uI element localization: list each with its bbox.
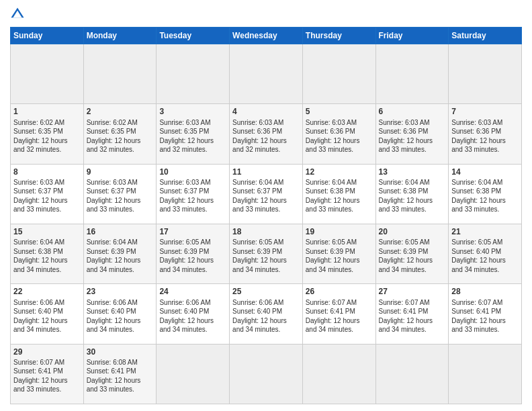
sunset-label: Sunset: 6:39 PM [379,248,429,255]
calendar-cell: 22 Sunrise: 6:06 AM Sunset: 6:40 PM Dayl… [11,284,84,344]
sunset-label: Sunset: 6:36 PM [232,128,282,135]
sunrise-label: Sunrise: 6:03 AM [87,179,138,186]
sunset-label: Sunset: 6:38 PM [306,187,355,195]
sunrise-label: Sunrise: 6:08 AM [87,359,138,366]
sunrise-label: Sunrise: 6:02 AM [87,119,138,126]
daylight-label: Daylight: 12 hours and 33 minutes. [379,137,433,154]
sunrise-label: Sunrise: 6:04 AM [379,179,430,186]
calendar-cell: 11 Sunrise: 6:04 AM Sunset: 6:37 PM Dayl… [230,164,303,224]
calendar-cell [302,344,375,404]
daylight-label: Daylight: 12 hours and 34 minutes. [379,257,433,273]
calendar-week-2: 8 Sunrise: 6:03 AM Sunset: 6:37 PM Dayli… [11,164,522,224]
day-number: 15 [13,226,81,237]
sunrise-label: Sunrise: 6:04 AM [232,179,283,186]
calendar-cell: 20 Sunrise: 6:05 AM Sunset: 6:39 PM Dayl… [375,224,449,283]
calendar-week-5: 29 Sunrise: 6:07 AM Sunset: 6:41 PM Dayl… [11,344,522,404]
calendar-cell: 1 Sunrise: 6:02 AM Sunset: 6:35 PM Dayli… [11,104,84,164]
day-number: 25 [232,286,300,297]
day-number: 5 [306,106,373,117]
day-header-tuesday: Tuesday [157,28,230,44]
sunrise-label: Sunrise: 6:07 AM [451,299,502,306]
day-number: 11 [232,167,300,177]
day-header-thursday: Thursday [302,28,375,44]
sunrise-label: Sunrise: 6:05 AM [451,238,502,246]
calendar-week-3: 15 Sunrise: 6:04 AM Sunset: 6:38 PM Dayl… [11,224,522,283]
sunset-label: Sunset: 6:38 PM [13,248,63,255]
sunrise-label: Sunrise: 6:04 AM [306,179,357,186]
daylight-label: Daylight: 12 hours and 34 minutes. [87,257,141,273]
day-number: 2 [87,106,154,117]
sunrise-label: Sunrise: 6:05 AM [379,238,430,246]
calendar-week-0 [11,44,522,104]
sunrise-label: Sunrise: 6:07 AM [379,299,430,306]
sunset-label: Sunset: 6:35 PM [87,128,136,135]
sunset-label: Sunset: 6:41 PM [13,367,63,375]
day-number: 17 [159,226,226,237]
daylight-label: Daylight: 12 hours and 34 minutes. [159,317,214,334]
day-number: 4 [232,106,300,117]
calendar-cell: 18 Sunrise: 6:05 AM Sunset: 6:39 PM Dayl… [230,224,303,283]
header [10,7,522,21]
calendar-cell: 4 Sunrise: 6:03 AM Sunset: 6:36 PM Dayli… [230,104,303,164]
sunrise-label: Sunrise: 6:06 AM [232,299,283,306]
daylight-label: Daylight: 12 hours and 33 minutes. [13,377,68,394]
calendar-cell: 3 Sunrise: 6:03 AM Sunset: 6:35 PM Dayli… [157,104,230,164]
daylight-label: Daylight: 12 hours and 32 minutes. [232,137,287,154]
logo [10,7,28,21]
sunset-label: Sunset: 6:37 PM [159,187,209,195]
sunset-label: Sunset: 6:36 PM [451,128,501,135]
sunset-label: Sunset: 6:38 PM [451,187,501,195]
day-header-saturday: Saturday [449,28,522,44]
sunset-label: Sunset: 6:37 PM [232,187,282,195]
daylight-label: Daylight: 12 hours and 33 minutes. [232,197,287,214]
day-number: 10 [159,167,226,177]
calendar-cell [157,344,230,404]
calendar-cell: 16 Sunrise: 6:04 AM Sunset: 6:39 PM Dayl… [83,224,157,283]
calendar-cell: 10 Sunrise: 6:03 AM Sunset: 6:37 PM Dayl… [157,164,230,224]
calendar-cell [302,44,375,104]
calendar-cell: 15 Sunrise: 6:04 AM Sunset: 6:38 PM Dayl… [11,224,84,283]
calendar-cell: 21 Sunrise: 6:05 AM Sunset: 6:40 PM Dayl… [449,224,522,283]
sunrise-label: Sunrise: 6:06 AM [159,299,210,306]
calendar-body: 1 Sunrise: 6:02 AM Sunset: 6:35 PM Dayli… [11,44,522,404]
logo-icon [10,7,25,21]
daylight-label: Daylight: 12 hours and 33 minutes. [87,197,141,214]
daylight-label: Daylight: 12 hours and 33 minutes. [451,197,506,214]
sunset-label: Sunset: 6:41 PM [87,367,136,375]
day-number: 8 [13,167,81,177]
page: SundayMondayTuesdayWednesdayThursdayFrid… [0,0,532,411]
sunset-label: Sunset: 6:36 PM [306,128,355,135]
day-number: 3 [159,106,226,117]
daylight-label: Daylight: 12 hours and 34 minutes. [232,317,287,334]
daylight-label: Daylight: 12 hours and 32 minutes. [87,137,141,154]
calendar-cell: 26 Sunrise: 6:07 AM Sunset: 6:41 PM Dayl… [302,284,375,344]
daylight-label: Daylight: 12 hours and 33 minutes. [13,197,68,214]
day-number: 13 [379,167,446,177]
daylight-label: Daylight: 12 hours and 34 minutes. [13,317,68,334]
day-number: 14 [451,167,519,177]
day-number: 30 [87,347,154,357]
day-number: 20 [379,226,446,237]
calendar-cell: 24 Sunrise: 6:06 AM Sunset: 6:40 PM Dayl… [157,284,230,344]
daylight-label: Daylight: 12 hours and 34 minutes. [13,257,68,273]
sunset-label: Sunset: 6:41 PM [306,308,355,315]
sunrise-label: Sunrise: 6:03 AM [451,119,502,126]
calendar-cell: 6 Sunrise: 6:03 AM Sunset: 6:36 PM Dayli… [375,104,449,164]
day-number: 23 [87,286,154,297]
calendar-cell: 28 Sunrise: 6:07 AM Sunset: 6:41 PM Dayl… [449,284,522,344]
calendar-week-4: 22 Sunrise: 6:06 AM Sunset: 6:40 PM Dayl… [11,284,522,344]
calendar-cell [449,44,522,104]
sunrise-label: Sunrise: 6:02 AM [13,119,64,126]
sunset-label: Sunset: 6:40 PM [87,308,136,315]
calendar-cell: 19 Sunrise: 6:05 AM Sunset: 6:39 PM Dayl… [302,224,375,283]
calendar-cell: 23 Sunrise: 6:06 AM Sunset: 6:40 PM Dayl… [83,284,157,344]
sunrise-label: Sunrise: 6:03 AM [306,119,357,126]
sunrise-label: Sunrise: 6:03 AM [232,119,283,126]
sunset-label: Sunset: 6:36 PM [379,128,429,135]
sunrise-label: Sunrise: 6:03 AM [379,119,430,126]
daylight-label: Daylight: 12 hours and 34 minutes. [306,257,360,273]
daylight-label: Daylight: 12 hours and 34 minutes. [306,317,360,334]
daylight-label: Daylight: 12 hours and 34 minutes. [87,317,141,334]
daylight-label: Daylight: 12 hours and 33 minutes. [306,137,360,154]
sunrise-label: Sunrise: 6:03 AM [159,179,210,186]
